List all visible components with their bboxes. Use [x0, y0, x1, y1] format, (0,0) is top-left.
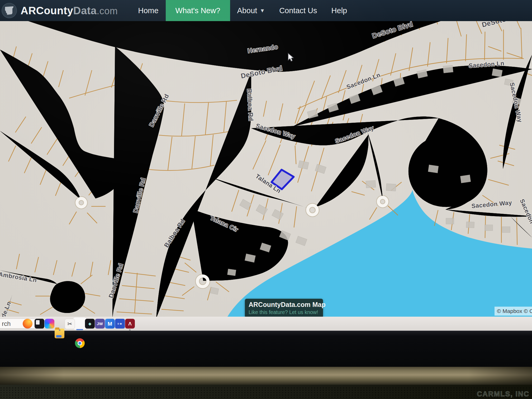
nav-item-help[interactable]: Help [324, 0, 354, 21]
acrobat-icon[interactable]: Λ [125, 319, 135, 329]
laptop-base [0, 385, 532, 399]
jw-library-icon[interactable]: JW [95, 319, 105, 329]
nav-menu: Home What's New? About▼ Contact Us Help [131, 0, 354, 21]
nav-item-about[interactable]: About▼ [230, 0, 272, 21]
search-text-fragment: rch [2, 319, 11, 329]
chrome-running-indicator [76, 329, 83, 330]
copilot-icon[interactable] [45, 319, 54, 329]
media-app-icon[interactable]: ◆ [85, 319, 95, 329]
blue-list-app-icon[interactable]: ≡★ [115, 319, 125, 329]
speaker-grille [0, 387, 532, 399]
nav-item-home[interactable]: Home [131, 0, 165, 21]
laptop-hinge [0, 367, 532, 385]
nav-item-whats-new[interactable]: What's New? [166, 0, 230, 21]
nav-item-contact-us[interactable]: Contact Us [272, 0, 324, 21]
photo-watermark: CARMLS, INC [477, 390, 529, 398]
navbar: ARCountyData.com Home What's New? About▼… [0, 0, 532, 21]
arkansas-state-icon [2, 3, 17, 18]
laptop-photo: ARCountyData.com Home What's New? About▼… [0, 0, 532, 399]
street-label: Ambrosia Ln [0, 271, 37, 284]
parcel-map[interactable]: HernandoDeSoto BlvdDeSoto BlvdDeSotoSace… [0, 21, 532, 317]
malwarebytes-icon[interactable]: M [105, 319, 115, 329]
chrome-icon[interactable] [75, 338, 85, 348]
laptop-bezel: hp [0, 331, 532, 367]
map-feature-badge[interactable]: ARCountyData.com Map Like this feature? … [245, 299, 323, 317]
caret-down-icon: ▼ [260, 8, 265, 14]
running-app-dot [59, 329, 60, 331]
site-logo[interactable]: ARCountyData.com [2, 0, 118, 21]
badge-title: ARCountyData.com Map [249, 301, 319, 308]
firefox-icon[interactable] [23, 319, 32, 329]
street-label: DeSoto [481, 21, 507, 29]
windows-taskbar: rch ✂ ◆ JW M ≡★ Λ [0, 317, 532, 331]
street-label: de Ln [0, 301, 12, 317]
arkansas-shape [5, 6, 13, 15]
snipping-tool-icon[interactable]: ✂ [65, 319, 75, 329]
site-title: ARCountyData.com [21, 5, 118, 17]
running-app-dot [129, 329, 131, 331]
street-label: Sacedon Way [471, 199, 512, 209]
street-label: Sacedon [519, 198, 532, 225]
badge-subtitle[interactable]: Like this feature? Let us know! [249, 309, 319, 315]
map-attribution[interactable]: © Mapbox © O [495, 307, 532, 316]
dark-app-icon[interactable] [35, 319, 44, 329]
